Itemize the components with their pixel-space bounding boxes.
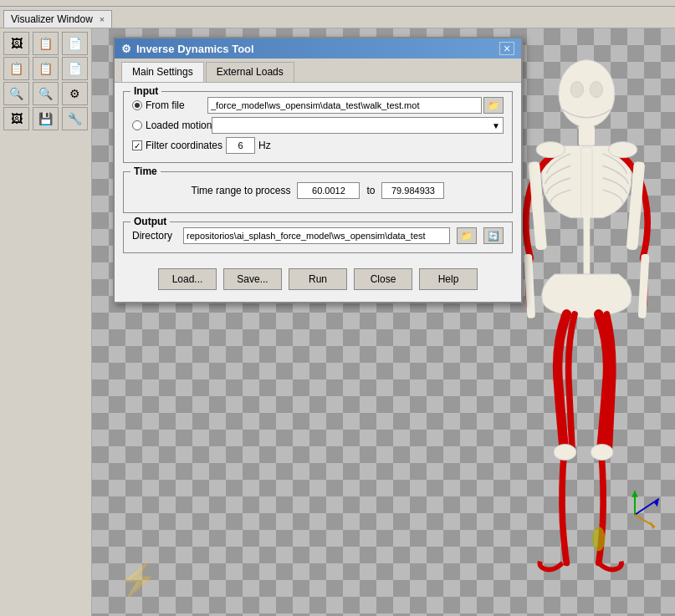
time-range-row: Time range to process to [132, 177, 504, 204]
icon-btn-zoom-in[interactable]: 🔍 [3, 82, 29, 105]
run-button[interactable]: Run [289, 268, 347, 290]
icon-btn-view[interactable]: 🖼 [3, 107, 29, 130]
svg-rect-11 [638, 254, 650, 318]
icon-row-3: 🔍 🔍 ⚙ [3, 82, 88, 105]
loaded-motion-combo[interactable]: ▼ [212, 117, 504, 134]
svg-marker-17 [632, 491, 638, 497]
filter-unit-label: Hz [258, 140, 271, 151]
input-fieldset: Input From file 📁 [123, 91, 513, 163]
dialog-body: Input From file 📁 [115, 83, 521, 302]
inverse-dynamics-dialog: ⚙ Inverse Dynamics Tool × Main Settings … [113, 37, 523, 303]
dialog-titlebar: ⚙ Inverse Dynamics Tool × [115, 38, 521, 59]
output-dir-label: Directory [132, 230, 178, 242]
filter-row: ✓ Filter coordinates Hz [132, 137, 504, 154]
icon-btn-zoom-out[interactable]: 🔍 [33, 82, 59, 105]
tab-main-settings[interactable]: Main Settings [121, 62, 204, 82]
tab-bar: Visualizer Window × [0, 7, 675, 28]
filter-checkbox-label[interactable]: ✓ Filter coordinates [132, 140, 222, 151]
icon-btn-open[interactable]: 📋 [33, 32, 59, 55]
icon-row-4: 🖼 💾 🔧 [3, 107, 88, 130]
time-fieldset: Time Time range to process to [123, 171, 513, 213]
icon-btn-settings[interactable]: ⚙ [62, 82, 88, 105]
filter-value-input[interactable] [226, 137, 255, 154]
icon-btn-paste[interactable]: 📋 [33, 57, 59, 80]
loaded-motion-label[interactable]: Loaded motion [132, 120, 212, 131]
time-legend: Time [130, 165, 161, 177]
icon-btn-export[interactable]: 💾 [33, 107, 59, 130]
icon-row-2: 📋 📋 📄 [3, 57, 88, 80]
icon-btn-copy[interactable]: 📋 [3, 57, 29, 80]
time-range-label: Time range to process [192, 185, 291, 196]
tab-label: Visualizer Window [11, 13, 93, 25]
save-button[interactable]: Save... [223, 268, 282, 290]
filter-checkbox[interactable]: ✓ [132, 140, 142, 150]
from-file-browse-button[interactable]: 📁 [483, 97, 504, 114]
time-from-input[interactable] [297, 182, 360, 199]
time-to-label: to [366, 185, 375, 196]
output-legend: Output [130, 216, 170, 227]
loaded-motion-row: Loaded motion ▼ [132, 117, 504, 134]
output-browse-button[interactable]: 📁 [457, 227, 477, 244]
svg-point-12 [554, 444, 576, 460]
output-dir-row: Directory 📁 🔄 [132, 227, 504, 244]
svg-point-13 [591, 444, 613, 460]
icon-btn-new[interactable]: 🖼 [3, 32, 29, 55]
help-button[interactable]: Help [419, 268, 478, 290]
app-container: Visualizer Window × 🖼 📋 📄 📋 📋 📄 🔍 🔍 ⚙ [0, 0, 675, 616]
svg-point-1 [570, 82, 583, 98]
loaded-motion-radio[interactable] [132, 120, 142, 130]
svg-rect-4 [581, 147, 592, 217]
viewport: ⚙ Inverse Dynamics Tool × Main Settings … [92, 28, 675, 616]
dialog-icon: ⚙ [121, 43, 131, 55]
svg-point-2 [590, 82, 602, 98]
from-file-radio[interactable] [132, 100, 142, 110]
svg-line-14 [635, 499, 659, 515]
tab-external-loads[interactable]: External Loads [206, 62, 294, 82]
tab-close-btn[interactable]: × [100, 14, 105, 24]
from-file-input[interactable] [207, 97, 482, 114]
icon-btn-tools[interactable]: 🔧 [62, 107, 88, 130]
visualizer-tab[interactable]: Visualizer Window × [3, 10, 112, 28]
input-legend: Input [130, 85, 161, 97]
dialog-buttons: Load... Save... Run Close Help [123, 262, 513, 293]
output-fieldset: Output Directory 📁 🔄 [123, 221, 513, 253]
icon-btn-save[interactable]: 📄 [62, 32, 88, 55]
output-dir-input[interactable] [183, 227, 450, 244]
time-to-input[interactable] [381, 182, 444, 199]
svg-rect-5 [584, 214, 591, 278]
close-button[interactable]: Close [354, 268, 412, 290]
svg-point-20 [592, 527, 605, 551]
top-bar [0, 0, 675, 7]
dialog-overlay: ⚙ Inverse Dynamics Tool × Main Settings … [113, 28, 539, 616]
svg-point-7 [608, 142, 637, 158]
svg-point-6 [536, 142, 565, 158]
dialog-title: ⚙ Inverse Dynamics Tool [121, 43, 254, 55]
dialog-close-button[interactable]: × [499, 42, 514, 55]
icon-panel: 🖼 📋 📄 📋 📋 📄 🔍 🔍 ⚙ 🖼 💾 🔧 [0, 28, 92, 616]
load-button[interactable]: Load... [158, 268, 217, 290]
watermark: ⚡ [117, 560, 159, 599]
output-refresh-button[interactable]: 🔄 [483, 227, 504, 244]
from-file-label[interactable]: From file [132, 99, 207, 111]
dialog-tabs: Main Settings External Loads [115, 59, 521, 83]
svg-rect-3 [579, 125, 595, 145]
combo-arrow-icon: ▼ [492, 121, 500, 130]
main-content: 🖼 📋 📄 📋 📋 📄 🔍 🔍 ⚙ 🖼 💾 🔧 [0, 28, 675, 616]
icon-row-1: 🖼 📋 📄 [3, 32, 88, 55]
from-file-row: From file 📁 [132, 97, 504, 114]
icon-btn-doc[interactable]: 📄 [62, 57, 88, 80]
